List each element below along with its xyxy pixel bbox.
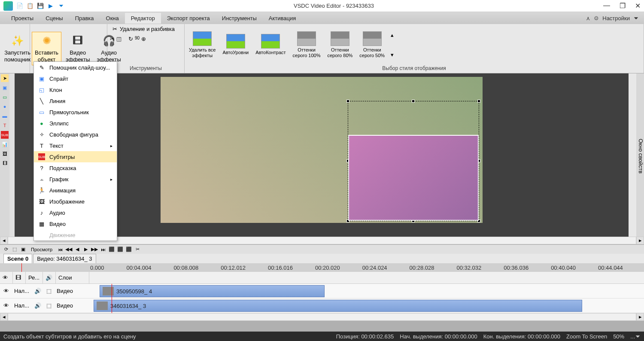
timeline-playhead[interactable] (112, 284, 112, 313)
style-item-5[interactable]: Оттенкисерого 50% (357, 30, 387, 58)
style-item-2[interactable]: АвтоКонтраст (253, 33, 288, 56)
pb-fwd-icon[interactable]: ▶▶ (91, 246, 98, 253)
minimize-button[interactable]: — (603, 2, 610, 10)
scroll-right-button[interactable]: ▸ (636, 237, 644, 244)
style-item-0[interactable]: Удалить всеэффекты (186, 30, 218, 58)
status-zoom-label[interactable]: Zoom To Screen (566, 333, 607, 340)
menu-editor[interactable]: Редактор (125, 13, 161, 24)
tool-circle-icon[interactable]: ● (1, 103, 9, 110)
pb-marker2-icon[interactable]: ⬛ (117, 246, 124, 253)
pb-play-icon[interactable]: ▶ (82, 246, 89, 253)
status-zoom-dropdown-icon[interactable]: ...⏷ (630, 333, 641, 340)
scene-tab[interactable]: Scene 0 (3, 254, 32, 264)
tool-shape-icon[interactable]: ▭ (1, 93, 9, 101)
row-audio-icon[interactable]: 🔊 (33, 288, 43, 294)
dropdown-item-помощник-слайд-шоу-[interactable]: ✎Помощник слайд-шоу... (34, 62, 117, 73)
dropdown-item-изображение[interactable]: 🖼Изображение (34, 196, 117, 207)
tool-sub-icon[interactable]: SUB (1, 131, 9, 139)
qat-more-icon[interactable]: ⏷ (58, 3, 64, 9)
menu-windows[interactable]: Окна (100, 13, 125, 24)
settings-link[interactable]: Настройки (602, 15, 630, 21)
menu-edit[interactable]: Правка (69, 13, 100, 24)
tool-rect-icon[interactable]: ▬ (1, 112, 9, 120)
row-fx-icon[interactable]: ⬚ (45, 288, 53, 294)
tool-img-icon[interactable]: ▣ (1, 84, 9, 91)
dropdown-item-текст[interactable]: TТекст▸ (34, 140, 117, 151)
row-fx-icon[interactable]: ⬚ (45, 302, 53, 309)
maximize-button[interactable]: ❐ (620, 2, 626, 10)
playhead[interactable] (21, 263, 22, 272)
film-col-icon[interactable]: 🎞 (15, 274, 21, 281)
close-button[interactable]: ✕ (635, 2, 641, 10)
style-item-1[interactable]: АвтоУровни (220, 33, 251, 56)
tl-scroll-left[interactable]: ◂ (0, 313, 8, 321)
dropdown-item-спрайт[interactable]: ▣Спрайт (34, 73, 117, 84)
tool-cut-icon[interactable]: ✂ (110, 36, 115, 42)
qat-new-icon[interactable]: 📄 (16, 3, 23, 9)
handle-nw[interactable] (346, 100, 349, 103)
properties-panel-tab[interactable]: Окно свойств (636, 73, 644, 237)
qat-save-icon[interactable]: 💾 (37, 3, 44, 9)
pb-cut-icon[interactable]: ✂ (134, 246, 141, 253)
help-icon[interactable]: ⋏ (586, 15, 590, 21)
pb-prev-icon[interactable]: ◀◀ (65, 246, 72, 253)
handle-ne[interactable] (477, 100, 480, 103)
dropdown-item-анимация[interactable]: 🏃Анимация (34, 185, 117, 196)
dropdown-item-прямоугольник[interactable]: ▭Прямоугольник (34, 107, 117, 118)
tool-pic-icon[interactable]: 🖼 (1, 150, 9, 158)
qat-play-icon[interactable]: ▶ (47, 3, 54, 9)
eye-icon[interactable]: 👁 (3, 274, 8, 281)
handle-n[interactable] (412, 100, 415, 103)
dropdown-item-свободная-фигура[interactable]: ✧Свободная фигура (34, 129, 117, 140)
video-canvas[interactable] (161, 77, 483, 223)
scroll-left-button[interactable]: ◂ (0, 237, 8, 244)
video-effects-button[interactable]: 🎞 Видео эффекты (63, 32, 92, 64)
dropdown-item-график[interactable]: ⫠График▸ (34, 174, 117, 185)
timeline-scrollbar-h[interactable]: ◂ ▸ (0, 313, 644, 321)
pb-stop-icon[interactable]: ⬚ (11, 246, 18, 253)
pb-marker3-icon[interactable]: ⬛ (125, 246, 132, 253)
tool-text-icon[interactable]: T (1, 122, 9, 129)
audio-col-icon[interactable]: 🔊 (46, 274, 52, 281)
menu-activation[interactable]: Активация (263, 13, 302, 24)
insert-object-button[interactable]: ✺ Вставить объект (32, 32, 61, 65)
dropdown-item-видео[interactable]: ▦Видео (34, 218, 117, 229)
dropdown-item-эллипс[interactable]: ●Эллипс (34, 118, 117, 129)
pb-loop-icon[interactable]: ⟳ (3, 246, 9, 253)
tool-360-icon[interactable]: ⊕ (141, 36, 146, 42)
dropdown-item-линия[interactable]: ╲Линия (34, 95, 117, 107)
style-item-4[interactable]: Оттенкисерого 80% (325, 30, 355, 58)
pb-first-icon[interactable]: ⏮ (57, 246, 64, 253)
pb-item-icon[interactable]: ▣ (20, 246, 27, 253)
qat-open-icon[interactable]: 📋 (27, 3, 33, 9)
canvas-scrollbar-v[interactable] (629, 73, 636, 237)
row-audio-icon[interactable]: 🔊 (33, 302, 43, 309)
menu-export[interactable]: Экспорт проекта (161, 13, 216, 24)
delete-split-row[interactable]: ✂ Удаление и разбивка (109, 25, 182, 33)
tool-crop-icon[interactable]: ◫ (116, 36, 122, 42)
tl-scroll-track[interactable] (8, 313, 636, 321)
dropdown-item-аудио[interactable]: ♪Аудио (34, 207, 117, 218)
dropdown-item-субтитры[interactable]: SUBСубтитры (34, 151, 117, 162)
tool-pointer-icon[interactable]: ➤ (1, 74, 9, 82)
styles-scroll-down[interactable]: ▾ (391, 52, 394, 58)
gear-icon[interactable]: ⚙ (594, 15, 599, 21)
timeline-ruler[interactable]: 0.00000:04.00400:08.00800:12.01200:16.01… (0, 263, 644, 272)
menu-projects[interactable]: Проекты (5, 13, 39, 24)
clip-0[interactable]: 350950598_ 4 (100, 285, 325, 297)
tool-90-icon[interactable]: 90 (135, 36, 140, 42)
pb-last-icon[interactable]: ⏭ (100, 246, 106, 253)
row-eye-icon[interactable]: 👁 (2, 302, 11, 309)
video-tab[interactable]: Видео: 346031634_ 3 (33, 254, 96, 264)
style-item-3[interactable]: Оттенкисерого 100% (290, 30, 323, 58)
row-eye-icon[interactable]: 👁 (2, 288, 11, 294)
dropdown-icon[interactable]: ⏷ (633, 15, 639, 21)
styles-scroll-up[interactable]: ▴ (391, 32, 394, 38)
menu-tools[interactable]: Инструменты (216, 13, 263, 24)
tool-rotate-icon[interactable]: ↻ (128, 36, 133, 42)
pip-selection[interactable] (348, 101, 479, 221)
clip-1[interactable]: 346031634_ 3 (94, 300, 582, 312)
menu-scenes[interactable]: Сцены (39, 13, 69, 24)
dropdown-item-клон[interactable]: ◱Клон (34, 84, 117, 95)
pb-back-icon[interactable]: ◀ (74, 246, 81, 253)
